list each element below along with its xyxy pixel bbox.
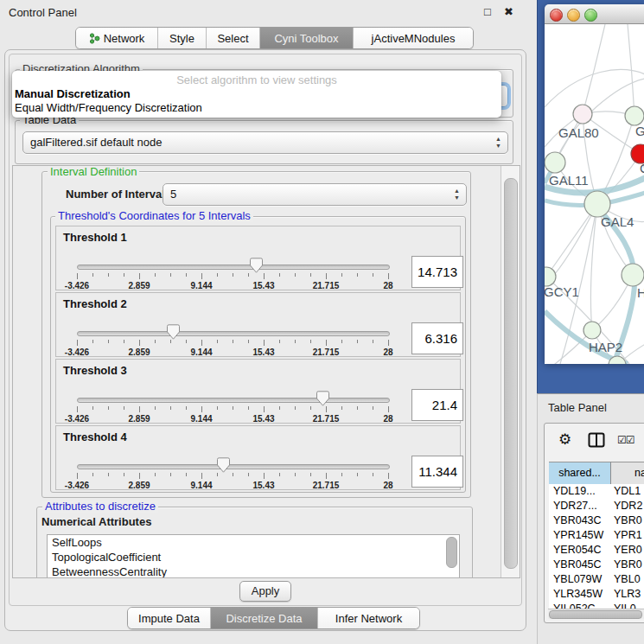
threshold-slider-thumb[interactable] [250,258,263,273]
threshold-panel: Threshold 4-3.4262.8599.14415.4321.71528… [55,425,461,490]
num-intervals-label: Number of Intervals [66,188,171,201]
threshold-label: Threshold 3 [63,364,127,377]
node-table: ⚙ ☑☑ shared... na YDL19...YDL1YDR27...YD… [544,423,644,623]
algorithm-dropdown-popup: Select algorithm to view settings Manual… [12,71,501,118]
select-columns-icon[interactable]: ☑☑ [617,434,634,446]
axis-tick-label: 28 [367,281,410,290]
network-node-gal80[interactable] [573,105,592,124]
axis-tick-label: 9.144 [180,348,223,357]
tab-discretize-data[interactable]: Discretize Data [210,608,317,628]
tab-style[interactable]: Style [157,28,206,48]
zoom-window-icon[interactable] [584,9,597,22]
network-canvas[interactable]: GAL80GACGAL11GAL4GCY1HHAP2 [545,24,644,364]
threshold-value-field[interactable]: 21.4 [411,389,463,421]
tab-cyni-toolbox[interactable]: Cyni Toolbox [259,28,353,48]
network-node-label: HAP2 [589,340,622,354]
cyni-toolbox-panel: Discretization Algorithm ▲▼ Table Data g… [4,49,526,631]
table-row[interactable]: YBR045CYBR0 [549,558,644,572]
dropdown-option-equal-width[interactable]: Equal Width/Frequency Discretization [15,101,202,114]
close-window-icon[interactable] [550,9,563,22]
threshold-value-field[interactable]: 14.713 [411,256,463,288]
axis-tick-label: -3.426 [55,414,99,424]
tab-select[interactable]: Select [206,28,259,48]
axis-tick-label: -3.426 [55,348,99,357]
dropdown-placeholder-option[interactable]: Select algorithm to view settings [12,73,501,86]
axis-tick-label: 2.859 [118,281,161,290]
tab-infer-network[interactable]: Infer Network [317,608,419,628]
close-panel-icon[interactable]: ✖ [504,5,513,18]
attributes-list-scrollbar[interactable] [446,537,457,568]
axis-tick-label: 28 [367,348,410,357]
network-graph: GAL80GACGAL11GAL4GCY1HHAP2 [545,24,644,364]
tab-impute-data[interactable]: Impute Data [128,608,210,628]
numerical-attributes-label: Numerical Attributes [41,515,151,528]
tab-network-label: Network [104,32,145,45]
bottom-tab-bar: Impute Data Discretize Data Infer Networ… [127,607,420,629]
table-row[interactable]: YER054CYER0 [549,543,644,558]
network-node-label: GAL11 [549,173,589,188]
threshold-slider-thumb[interactable] [167,324,180,340]
column-header-name[interactable]: na [611,462,644,485]
attributes-group-label: Attributes to discretize [42,501,158,513]
attribute-list-item[interactable]: SelfLoops [48,535,459,550]
table-row[interactable]: YIL052CYIL0 [549,602,644,609]
network-edge[interactable] [583,24,605,114]
settings-scrollbar-track[interactable] [501,166,520,577]
tab-jactivemnodules[interactable]: jActiveMNodules [353,28,473,48]
apply-button[interactable]: Apply [239,581,291,602]
num-intervals-combobox[interactable]: 5 ▲▼ [163,183,467,206]
table-panel-title: Table Panel [548,401,607,414]
table-rows: YDL19...YDL1YDR27...YDR2YBR043CYBR0YPR14… [549,484,644,609]
axis-tick-label: 28 [367,481,410,490]
table-row[interactable]: YPR145WYPR1 [549,528,644,543]
network-node-ga[interactable] [625,106,644,125]
gear-icon[interactable]: ⚙ [558,430,571,449]
network-node-hap2[interactable] [583,322,601,339]
network-window-titlebar[interactable] [545,4,644,24]
axis-tick-label: 2.859 [118,414,161,424]
top-tab-bar: Network Style Select Cyni Toolbox jActiv… [75,27,474,49]
table-panel: Table Panel ⚙ ☑☑ shared... na YDL19...YD… [537,393,644,644]
settings-scrollbar-thumb[interactable] [504,178,518,569]
axis-tick-label: 15.43 [242,414,285,424]
minimize-window-icon[interactable] [567,9,580,22]
network-node-gal4[interactable] [584,191,610,217]
table-hscrollbar-track[interactable] [548,609,644,619]
network-window: GAL80GACGAL11GAL4GCY1HHAP2 [545,4,644,363]
threshold-slider-track[interactable] [77,265,390,270]
threshold-value-field[interactable]: 6.316 [411,322,463,354]
attributes-listbox: SelfLoopsTopologicalCoefficientBetweenne… [47,534,460,578]
table-row[interactable]: YBR043CYBR0 [549,513,644,528]
table-hscrollbar-thumb[interactable] [549,610,642,619]
thresholds-group-label: Threshold's Coordinates for 5 Intervals [55,210,253,222]
network-desktop: GAL80GACGAL11GAL4GCY1HHAP2 [537,0,644,393]
network-node-gal11[interactable] [545,152,565,173]
columns-icon[interactable] [588,432,605,448]
axis-tick-label: 15.43 [242,481,285,490]
attribute-list-item[interactable]: BetweennessCentrality [48,564,459,578]
network-node-h[interactable] [622,264,644,286]
threshold-slider-track[interactable] [77,464,390,469]
tab-network[interactable]: Network [76,28,157,48]
network-node-label: GAL4 [601,214,634,229]
axis-tick-label: -3.426 [55,481,99,490]
threshold-value-field[interactable]: 11.344 [411,456,463,488]
threshold-slider-thumb[interactable] [316,391,329,406]
table-row[interactable]: YDR27...YDR2 [549,499,644,513]
axis-tick-label: 9.144 [180,481,223,490]
threshold-slider-thumb[interactable] [217,457,230,473]
dropdown-option-manual-discretization[interactable]: Manual Discretization [15,87,131,100]
table-row[interactable]: YBL079WYBL0 [549,572,644,587]
attribute-list-item[interactable]: TopologicalCoefficient [48,550,459,564]
table-row[interactable]: YDL19...YDL1 [549,484,644,499]
table-row[interactable]: YLR345WYLR3 [549,587,644,602]
threshold-slider-track[interactable] [77,398,390,403]
float-window-icon[interactable]: □ [484,5,491,18]
column-header-shared[interactable]: shared... [549,462,611,485]
axis-tick-label: 9.144 [180,414,223,424]
network-node-label: GA [635,124,644,138]
axis-tick-label: 21.715 [304,414,348,424]
network-edge[interactable] [545,69,644,107]
table-data-combobox[interactable]: galFiltered.sif default node ▲▼ [22,131,508,154]
threshold-slider-track[interactable] [77,331,390,336]
